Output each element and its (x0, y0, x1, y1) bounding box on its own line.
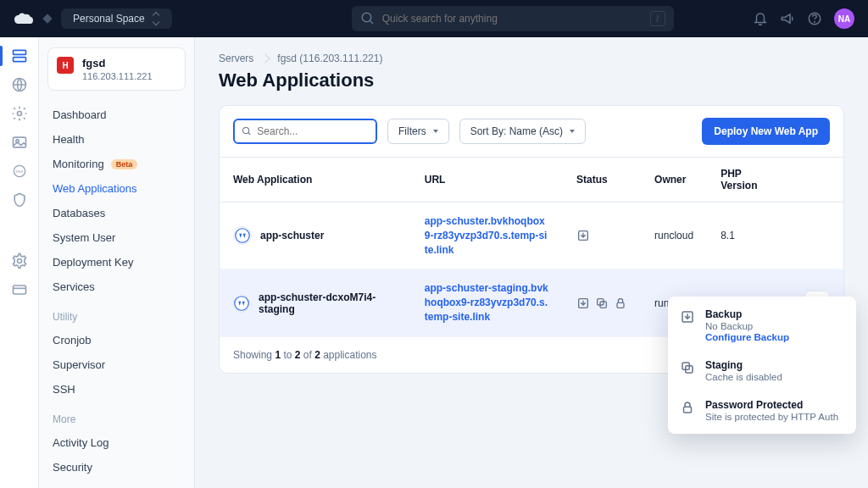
chevron-down-icon (570, 130, 575, 133)
php-cell: 8.1 (707, 202, 791, 269)
svg-point-12 (17, 259, 21, 263)
popover-title: Backup (705, 308, 789, 320)
server-name: fgsd (82, 57, 153, 69)
popover-sub: No Backup (705, 321, 789, 331)
deploy-button[interactable]: Deploy New Web App (702, 118, 830, 145)
wordpress-icon (233, 294, 250, 313)
svg-point-3 (815, 21, 815, 22)
rail-globe-icon[interactable] (11, 76, 28, 93)
status-icon (576, 229, 590, 242)
nav-heading-utility: Utility (47, 299, 186, 328)
nav-item-dashboard[interactable]: Dashboard (47, 103, 186, 127)
svg-point-7 (17, 112, 21, 116)
status-icon (614, 297, 627, 310)
beta-badge: Beta (111, 159, 138, 169)
apps-search-input[interactable] (257, 125, 369, 137)
column-header: Owner (641, 158, 707, 202)
status-popover: Backup No Backup Configure Backup Stagin… (668, 297, 856, 434)
svg-text:DNS: DNS (15, 169, 23, 174)
rail-card-icon[interactable] (11, 281, 28, 298)
column-header: Web Application (220, 158, 411, 202)
staging-icon (680, 360, 695, 375)
svg-rect-5 (13, 58, 25, 62)
sort-button[interactable]: Sort By: Name (Asc) (459, 119, 586, 144)
space-selector[interactable]: Personal Space (61, 8, 172, 29)
rail-servers-icon[interactable] (11, 47, 28, 64)
app-url-link[interactable]: app-schuster.bvkhoqbox9-rz83yvzp3d70.s.t… (425, 214, 549, 257)
server-provider-badge: H (57, 57, 74, 74)
chevron-right-icon (261, 53, 270, 63)
svg-rect-4 (13, 50, 25, 54)
nav-item-databases[interactable]: Databases (47, 201, 186, 225)
svg-rect-30 (684, 407, 692, 413)
nav-item-supervisor[interactable]: Supervisor (47, 352, 186, 377)
svg-point-0 (362, 13, 371, 22)
filters-button[interactable]: Filters (387, 119, 449, 144)
server-card[interactable]: H fgsd 116.203.111.221 (47, 47, 186, 91)
rail-dns-icon[interactable]: DNS (11, 163, 28, 180)
column-header: Status (563, 158, 641, 202)
owner-cell: runcloud (641, 202, 707, 269)
nav-item-security[interactable]: Security (47, 455, 186, 480)
breadcrumb-item: fgsd (116.203.111.221) (277, 53, 382, 64)
column-header: PHP Version (707, 158, 791, 202)
svg-rect-13 (13, 286, 25, 294)
app-url-link[interactable]: app-schuster-staging.bvkhoqbox9-rz83yvzp… (425, 281, 549, 324)
help-icon[interactable] (807, 11, 822, 26)
nav-item-system-user[interactable]: System User (47, 225, 186, 250)
status-icons (576, 229, 627, 242)
avatar[interactable]: NA (834, 8, 854, 29)
nav-heading-more: More (47, 402, 186, 430)
status-icon (576, 297, 590, 310)
backup-icon (680, 309, 695, 324)
svg-rect-23 (617, 302, 624, 308)
bell-icon[interactable] (753, 11, 768, 26)
global-search[interactable]: / (352, 6, 674, 31)
svg-point-15 (243, 127, 249, 133)
svg-point-17 (236, 229, 250, 243)
configure-backup-link[interactable]: Configure Backup (705, 332, 789, 342)
apps-search[interactable] (233, 119, 377, 144)
rail-shield-icon[interactable] (11, 191, 28, 208)
status-icons (576, 297, 627, 310)
column-header (791, 158, 843, 202)
search-icon (242, 125, 252, 137)
svg-line-1 (370, 20, 373, 24)
nav-item-deployment-key[interactable]: Deployment Key (47, 250, 186, 274)
space-label: Personal Space (73, 13, 145, 25)
popover-sub: Site is protected by HTTP Auth (705, 412, 838, 422)
chevron-updown-icon (152, 14, 160, 23)
nav-item-ssh[interactable]: SSH (47, 377, 186, 402)
rail-image-icon[interactable] (11, 134, 28, 151)
server-ip: 116.203.111.221 (82, 71, 153, 81)
app-name: app-schuster-dcxoM7i4-staging (259, 291, 398, 315)
icon-rail: DNS (0, 37, 39, 488)
popover-title: Password Protected (705, 399, 838, 411)
nav-item-web-applications[interactable]: Web Applications (47, 176, 186, 201)
logo-icon (14, 13, 34, 25)
diamond-icon (42, 14, 52, 23)
svg-line-16 (248, 133, 251, 136)
nav-item-monitoring[interactable]: MonitoringBeta (47, 152, 186, 176)
breadcrumb-item[interactable]: Servers (219, 53, 253, 64)
lock-icon (680, 400, 695, 415)
nav-item-services[interactable]: Services (47, 274, 186, 299)
svg-point-19 (235, 296, 249, 310)
page-title: Web Applications (219, 69, 844, 92)
nav-item-cronjob[interactable]: Cronjob (47, 328, 186, 352)
global-search-input[interactable] (382, 13, 643, 25)
popover-title: Staging (705, 359, 782, 371)
table-row[interactable]: app-schusterapp-schuster.bvkhoqbox9-rz83… (220, 202, 843, 269)
chevron-down-icon (433, 130, 438, 133)
search-key-hint: / (650, 11, 665, 26)
rail-gear-icon[interactable] (11, 105, 28, 122)
nav-item-litespeed[interactable]: LiteSpeed (47, 480, 186, 488)
sidebar: H fgsd 116.203.111.221 DashboardHealthMo… (39, 37, 195, 488)
nav-item-activity-log[interactable]: Activity Log (47, 430, 186, 455)
popover-sub: Cache is disabled (705, 372, 782, 382)
wordpress-icon (233, 226, 252, 245)
breadcrumb: Servers fgsd (116.203.111.221) (219, 53, 844, 64)
nav-item-health[interactable]: Health (47, 127, 186, 152)
megaphone-icon[interactable] (780, 11, 795, 26)
rail-settings-icon[interactable] (11, 252, 28, 269)
